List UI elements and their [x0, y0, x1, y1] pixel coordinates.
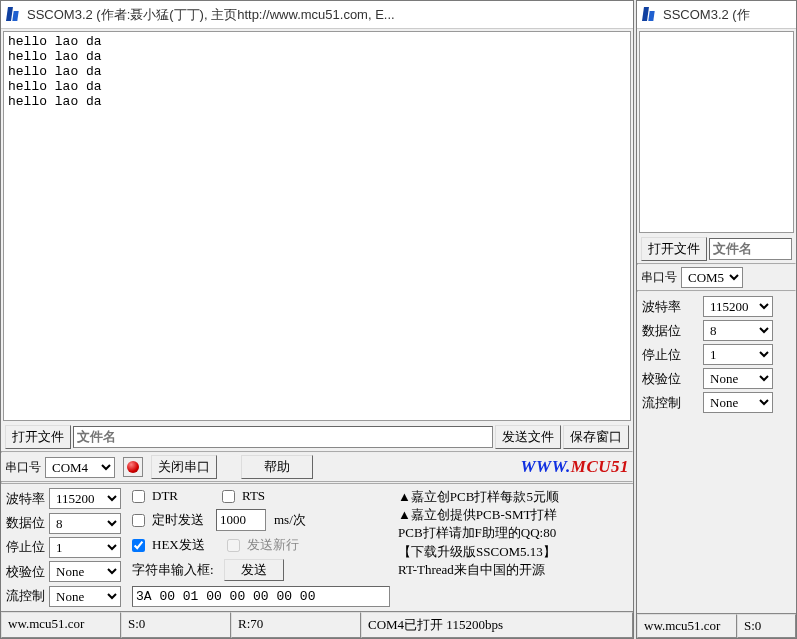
stopbits-label: 停止位 [642, 346, 699, 364]
app-icon [5, 6, 23, 24]
databits-select[interactable]: 8 [703, 320, 773, 341]
ad-line: 【下载升级版SSCOM5.13】 [398, 543, 631, 561]
timed-send-label: 定时发送 [152, 511, 204, 529]
send-newline-label: 发送新行 [247, 536, 299, 554]
status-url: ww.mcu51.cor [1, 612, 121, 638]
ad-line: ▲嘉立创PCB打样每款5元顺 [398, 488, 631, 506]
com-label: 串口号 [5, 459, 41, 476]
titlebar[interactable]: SSCOM3.2 (作者:聂小猛(丁丁), 主页http://www.mcu51… [1, 1, 633, 29]
stopbits-select[interactable]: 1 [49, 537, 121, 558]
send-options: DTR RTS 定时发送 ms/次 HEX发送 发送新行 字符串输入框: 发送 [126, 484, 396, 611]
stopbits-label: 停止位 [6, 538, 45, 556]
hex-send-checkbox[interactable] [132, 539, 145, 552]
window-title: SSCOM3.2 (作 [663, 6, 750, 24]
mcu51-link[interactable]: WWW.MCU51 [520, 457, 629, 477]
interval-unit: ms/次 [274, 511, 306, 529]
lower-panel: 波特率 115200 数据位 8 停止位 1 校验位 None 流控制 None… [1, 483, 633, 611]
hex-send-label: HEX发送 [152, 536, 205, 554]
open-file-button[interactable]: 打开文件 [641, 237, 707, 261]
parity-label: 校验位 [642, 370, 699, 388]
status-recv: R:70 [231, 612, 361, 638]
baud-label: 波特率 [6, 490, 45, 508]
parity-label: 校验位 [6, 563, 45, 581]
serial-log[interactable]: hello lao da hello lao da hello lao da h… [3, 31, 631, 421]
baud-select[interactable]: 115200 [703, 296, 773, 317]
window-sscom-right: SSCOM3.2 (作 打开文件 串口号 COM5 波特率 115200 数据位… [636, 0, 797, 639]
file-toolbar: 打开文件 [637, 235, 796, 263]
statusbar: ww.mcu51.cor S:0 R:70 COM4已打开 115200bps [1, 611, 633, 638]
interval-input[interactable] [216, 509, 266, 531]
baud-label: 波特率 [642, 298, 699, 316]
window-sscom-left: SSCOM3.2 (作者:聂小猛(丁丁), 主页http://www.mcu51… [0, 0, 634, 639]
send-newline-checkbox [227, 539, 240, 552]
flow-label: 流控制 [642, 394, 699, 412]
ad-panel: ▲嘉立创PCB打样每款5元顺 ▲嘉立创提供PCB-SMT打样 PCB打样请加F助… [396, 484, 633, 611]
ad-line: ▲嘉立创提供PCB-SMT打样 [398, 506, 631, 524]
close-port-button[interactable]: 关闭串口 [151, 455, 217, 479]
titlebar[interactable]: SSCOM3.2 (作 [637, 1, 796, 29]
help-button[interactable]: 帮助 [241, 455, 313, 479]
status-sent: S:0 [737, 614, 796, 638]
flow-label: 流控制 [6, 587, 45, 605]
ad-line: PCB打样请加F助理的QQ:80 [398, 524, 631, 542]
stopbits-select[interactable]: 1 [703, 344, 773, 365]
filename-input[interactable] [73, 426, 493, 448]
com-select[interactable]: COM5 [681, 267, 743, 288]
filename-input[interactable] [709, 238, 792, 260]
serial-log[interactable] [639, 31, 794, 233]
port-toolbar: 串口号 COM5 [637, 265, 796, 290]
serial-settings: 波特率 115200 数据位 8 停止位 1 校验位 None 流控制 None [637, 292, 796, 417]
input-label: 字符串输入框: [132, 561, 214, 579]
dtr-label: DTR [152, 488, 178, 504]
send-button[interactable]: 发送 [224, 559, 284, 581]
flow-select[interactable]: None [49, 586, 121, 607]
ad-line: RT-Thread来自中国的开源 [398, 561, 631, 579]
save-window-button[interactable]: 保存窗口 [563, 425, 629, 449]
dtr-checkbox[interactable] [132, 490, 145, 503]
com-label: 串口号 [641, 269, 677, 286]
record-icon [127, 461, 139, 473]
baud-select[interactable]: 115200 [49, 488, 121, 509]
databits-select[interactable]: 8 [49, 513, 121, 534]
port-toolbar: 串口号 COM4 关闭串口 帮助 WWW.MCU51 [1, 453, 633, 481]
send-input[interactable] [132, 586, 390, 607]
app-icon [641, 6, 659, 24]
parity-select[interactable]: None [49, 561, 121, 582]
rts-checkbox[interactable] [222, 490, 235, 503]
window-title: SSCOM3.2 (作者:聂小猛(丁丁), 主页http://www.mcu51… [27, 6, 395, 24]
status-sent: S:0 [121, 612, 231, 638]
file-toolbar: 打开文件 发送文件 保存窗口 [1, 423, 633, 451]
databits-label: 数据位 [642, 322, 699, 340]
rts-label: RTS [242, 488, 265, 504]
flow-select[interactable]: None [703, 392, 773, 413]
send-file-button[interactable]: 发送文件 [495, 425, 561, 449]
timed-send-checkbox[interactable] [132, 514, 145, 527]
open-file-button[interactable]: 打开文件 [5, 425, 71, 449]
serial-settings: 波特率 115200 数据位 8 停止位 1 校验位 None 流控制 None [1, 484, 126, 611]
status-url: ww.mcu51.cor [637, 614, 737, 638]
parity-select[interactable]: None [703, 368, 773, 389]
statusbar: ww.mcu51.cor S:0 [637, 613, 796, 638]
status-port: COM4已打开 115200bps [361, 612, 633, 638]
com-select[interactable]: COM4 [45, 457, 115, 478]
databits-label: 数据位 [6, 514, 45, 532]
record-button[interactable] [123, 457, 143, 477]
